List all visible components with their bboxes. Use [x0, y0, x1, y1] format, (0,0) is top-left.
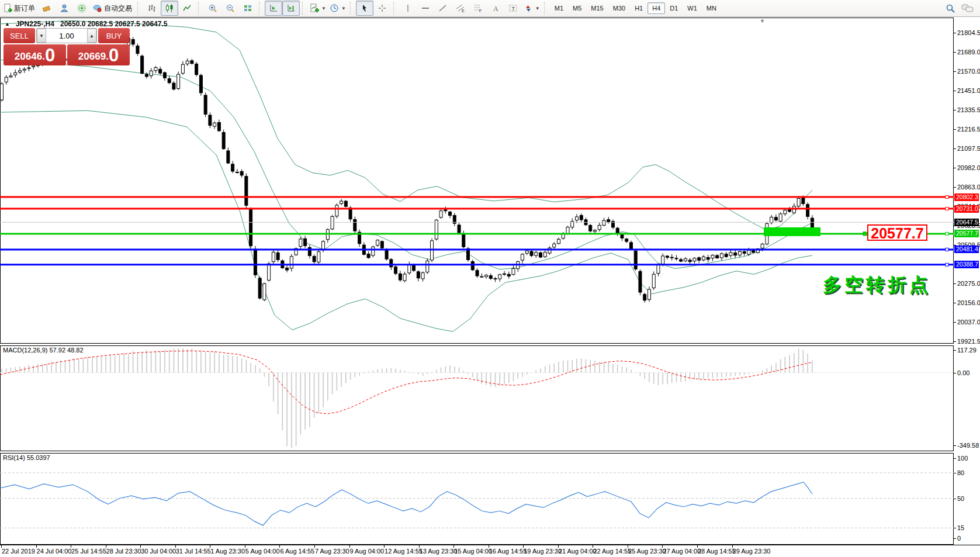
sell-button[interactable]: SELL	[4, 28, 35, 43]
buy-button[interactable]: BUY	[98, 28, 130, 43]
axis-tick	[954, 445, 956, 446]
candle-bear	[806, 205, 809, 217]
volume-value[interactable]: 1.00	[46, 32, 87, 40]
time-label: 31 Jul 14:55	[176, 548, 211, 555]
time-label: 28 Jul 23:30	[106, 548, 141, 555]
axis-tick	[954, 283, 956, 284]
timeframe-h4[interactable]: H4	[647, 2, 665, 14]
indicators-button[interactable]: ▼	[308, 1, 328, 16]
time-label: 19 Aug 23:30	[524, 548, 562, 555]
text-label-icon: T	[508, 4, 518, 13]
bar-chart-button[interactable]	[143, 1, 161, 16]
chart-ohlc-values: 20650.0 20682.5 20627.5 20647.5	[60, 20, 168, 28]
toolbar-separator	[350, 2, 354, 15]
toolbar-separator	[137, 2, 141, 15]
candle-bull	[290, 257, 293, 268]
candle-bear	[716, 255, 719, 258]
candle-bear	[580, 215, 583, 220]
timeframe-m1[interactable]: M1	[550, 2, 568, 14]
timeframe-m15[interactable]: M15	[586, 2, 608, 14]
zoom-out-button[interactable]	[221, 1, 239, 16]
line-chart-button[interactable]	[178, 1, 196, 16]
svg-text:A: A	[493, 5, 498, 13]
candle-bull	[525, 251, 528, 253]
toolbar-separator	[544, 2, 548, 15]
timeframe-h1[interactable]: H1	[630, 2, 647, 14]
trendline-button[interactable]	[434, 1, 452, 16]
expert-advisors-button[interactable]	[56, 1, 73, 16]
macd-axis-label: -349.58	[957, 442, 979, 449]
candle-bull	[299, 239, 302, 247]
candle-bull	[372, 247, 375, 255]
main-chart-canvas[interactable]	[0, 18, 954, 344]
candle-bull	[553, 244, 556, 247]
axis-tick	[954, 129, 956, 130]
chart-shift-button[interactable]	[282, 1, 300, 16]
fibonacci-button[interactable]: F	[469, 1, 487, 16]
price-axis[interactable]: 21804.521689.021570.021451.021335.521216…	[954, 18, 980, 545]
new-order-button[interactable]: 新订单	[1, 1, 38, 16]
line-endpoint-handle	[946, 207, 948, 210]
line-endpoint-handle	[946, 263, 948, 266]
turning-point-annotation[interactable]: 多空转折点	[823, 272, 931, 298]
candlestick-chart-button[interactable]	[161, 1, 178, 16]
cursor-button[interactable]	[356, 1, 373, 16]
zoom-in-button[interactable]	[204, 1, 221, 16]
candle-bear	[141, 56, 144, 74]
equidistant-channel-button[interactable]: E	[452, 1, 469, 16]
candle-bull	[543, 252, 546, 257]
candle-bull	[426, 261, 429, 272]
axis-tick	[954, 322, 956, 323]
volume-decrease-button[interactable]: ▼	[37, 29, 46, 43]
chart-title: ▲ JPN225-,H4 20650.0 20682.5 20627.5 206…	[5, 20, 167, 28]
community-chat-icon[interactable]	[961, 4, 974, 13]
styler-button[interactable]	[38, 1, 56, 16]
timeframe-m30[interactable]: M30	[608, 2, 630, 14]
candle-bull	[512, 268, 515, 274]
price-text-annotation[interactable]: 20577.7	[867, 224, 927, 241]
text-label-button[interactable]: T	[504, 1, 522, 16]
buy-price-button[interactable]: 20669.0	[67, 44, 130, 65]
timeframe-d1[interactable]: D1	[665, 2, 683, 14]
timeframe-mn[interactable]: MN	[702, 2, 721, 14]
new-order-label: 新订单	[14, 4, 36, 13]
svg-text:E: E	[462, 9, 465, 13]
crosshair-icon	[378, 4, 387, 13]
time-label: 25 Aug 23:30	[628, 548, 666, 555]
crosshair-button[interactable]	[373, 1, 391, 16]
candle-bear	[688, 260, 691, 262]
candle-bear	[136, 46, 139, 53]
timeframe-w1[interactable]: W1	[683, 2, 702, 14]
buy-price-main: 20669	[78, 49, 106, 64]
macd-canvas[interactable]	[0, 345, 954, 451]
candle-bull	[711, 255, 714, 258]
timeframe-m5[interactable]: M5	[568, 2, 586, 14]
text-button[interactable]: A	[487, 1, 504, 16]
volume-stepper[interactable]: ▼ 1.00 ▲	[36, 28, 97, 43]
candle-bear	[621, 234, 624, 238]
signals-button[interactable]	[73, 1, 91, 16]
tile-windows-button[interactable]	[239, 1, 257, 16]
candle-bear	[204, 95, 207, 114]
time-axis[interactable]: 22 Jul 201924 Jul 04:0025 Jul 14:5528 Ju…	[0, 545, 980, 557]
volume-increase-button[interactable]: ▲	[87, 29, 96, 43]
horizontal-line-button[interactable]	[417, 1, 434, 16]
autotrading-button[interactable]: 自动交易	[91, 1, 135, 16]
search-icon[interactable]	[946, 4, 955, 13]
time-label: 24 Jul 04:00	[37, 548, 72, 555]
time-label: 12 Aug 14:55	[385, 548, 423, 555]
line-endpoint-handle	[946, 196, 948, 199]
shift-end-marker[interactable]: ▼	[760, 18, 765, 24]
channel-icon: E	[456, 4, 465, 13]
toolbar-separator	[302, 2, 306, 15]
time-label: 27 Aug 04:00	[663, 548, 701, 555]
rsi-canvas[interactable]	[0, 453, 954, 545]
one-click-toggle-icon[interactable]: ▲	[5, 21, 10, 27]
arrows-button[interactable]: ▼	[522, 1, 542, 16]
candle-bear	[634, 251, 637, 269]
periods-button[interactable]: ▼	[328, 1, 348, 16]
line-endpoint-handle	[946, 232, 948, 235]
sell-price-button[interactable]: 20646.0	[4, 44, 66, 65]
vertical-line-button[interactable]	[399, 1, 417, 16]
auto-scroll-button[interactable]	[265, 1, 282, 16]
